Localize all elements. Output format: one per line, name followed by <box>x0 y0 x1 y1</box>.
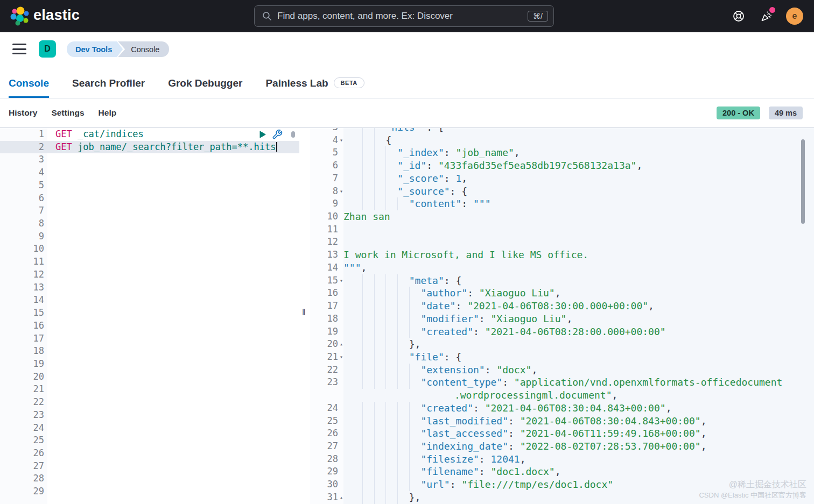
editor-code-line[interactable]: 8 <box>0 217 299 230</box>
response-code-line[interactable]: 3"hits" : [ <box>310 128 814 134</box>
editor-code-line[interactable]: 4 <box>0 166 299 179</box>
line-number: 24 <box>0 422 47 435</box>
editor-code-line[interactable]: 23 <box>0 409 299 422</box>
response-code-line[interactable]: 10Zhan san <box>310 210 814 223</box>
fold-toggle-icon[interactable]: ▾ <box>338 134 343 147</box>
editor-code-line[interactable]: 10 <box>0 243 299 255</box>
response-code-line[interactable]: 8▾"_source": { <box>310 185 814 198</box>
line-number: 21 <box>0 383 47 396</box>
editor-code-line[interactable]: 22 <box>0 396 299 409</box>
settings-menu-item[interactable]: Settings <box>51 108 84 118</box>
line-number: 27 <box>310 440 338 453</box>
editor-code-line[interactable]: 26 <box>0 447 299 460</box>
response-code-line[interactable]: 12 <box>310 236 814 249</box>
response-code-line[interactable]: 28"filesize": 12041, <box>310 453 814 466</box>
editor-code-line[interactable]: 28 <box>0 472 299 485</box>
editor-code-line[interactable]: 25 <box>0 434 299 447</box>
deployment-badge[interactable]: D <box>39 40 56 58</box>
menu-icon[interactable] <box>12 44 26 54</box>
tab-search-profiler[interactable]: Search Profiler <box>72 77 145 98</box>
breadcrumb-dev-tools[interactable]: Dev Tools <box>67 41 123 57</box>
editor-code-line[interactable]: 27 <box>0 460 299 473</box>
editor-code-line[interactable]: 6 <box>0 192 299 205</box>
editor-code-line[interactable]: 18 <box>0 345 299 358</box>
response-code-line[interactable]: 4▾{ <box>310 134 814 147</box>
response-code-line[interactable]: 27"indexing_date": "2022-08-02T07:28:53.… <box>310 440 814 453</box>
fold-toggle-icon[interactable]: ▾ <box>338 351 343 364</box>
editor-code-line[interactable]: 21 <box>0 383 299 396</box>
response-code-line[interactable]: 6"_id": "433fa6d35ef5ea58db197c568132a13… <box>310 159 814 172</box>
editor-code-line[interactable]: 2GET job_name/_search?filter_path=**.hit… <box>0 141 299 154</box>
response-scrollbar[interactable] <box>801 139 805 224</box>
panel-resizer[interactable]: ‖ <box>299 128 310 504</box>
editor-code-line[interactable]: 12 <box>0 268 299 281</box>
editor-code-line[interactable]: 19 <box>0 358 299 371</box>
response-code-line[interactable]: 7"_score": 1, <box>310 172 814 185</box>
editor-code-line[interactable]: 24 <box>0 422 299 435</box>
editor-code-line[interactable]: 11 <box>0 255 299 268</box>
response-code-line[interactable]: 19"created": "2021-04-06T08:28:00.000+00… <box>310 325 814 338</box>
editor-code-line[interactable]: 1GET _cat/indices <box>0 128 299 141</box>
fold-toggle-icon[interactable]: ▾ <box>338 274 343 287</box>
fold-toggle-icon[interactable]: ▴ <box>338 491 343 504</box>
editor-code-line[interactable]: 5 <box>0 179 299 192</box>
help-icon[interactable] <box>732 10 745 23</box>
tab-grok-debugger[interactable]: Grok Debugger <box>168 77 242 98</box>
watermark-line1: @稀土掘金技术社区 <box>699 478 806 491</box>
response-code-line[interactable]: 13I work in Microsoft, and I like MS off… <box>310 249 814 261</box>
breadcrumb-console: Console <box>118 41 169 57</box>
response-code-line[interactable]: 14""", <box>310 261 814 274</box>
line-number: 5 <box>310 146 338 159</box>
line-number: 27 <box>0 460 47 473</box>
search-icon <box>262 11 272 21</box>
editor-code-line[interactable]: 17 <box>0 332 299 345</box>
send-request-icon[interactable] <box>258 130 267 139</box>
line-number: 29 <box>310 465 338 478</box>
help-menu-item[interactable]: Help <box>99 108 117 118</box>
response-code-line[interactable]: 21▾"file": { <box>310 351 814 364</box>
tab-console[interactable]: Console <box>9 77 49 98</box>
wrench-icon[interactable] <box>272 129 283 140</box>
editor-grip-dot[interactable] <box>291 131 295 138</box>
editor-code-line[interactable]: 9 <box>0 230 299 243</box>
response-code-line[interactable]: 26"last_accessed": "2021-04-06T11:59:49.… <box>310 427 814 440</box>
editor-code-line[interactable]: 16 <box>0 320 299 332</box>
response-code-line[interactable]: 9"content": """ <box>310 197 814 210</box>
response-code-line[interactable]: 22"extension": "docx", <box>310 364 814 377</box>
response-code-line[interactable]: 5"_index": "job_name", <box>310 146 814 159</box>
response-code-line[interactable]: 23"content_type": "application/vnd.openx… <box>310 376 814 389</box>
global-search-input[interactable]: Find apps, content, and more. Ex: Discov… <box>254 5 554 27</box>
line-number: 8 <box>0 217 47 230</box>
user-avatar[interactable]: e <box>786 8 803 25</box>
line-number: 23 <box>310 376 338 389</box>
elastic-logo[interactable] <box>8 5 31 27</box>
response-code-line[interactable]: 17"date": "2021-04-06T08:30:00.000+00:00… <box>310 300 814 313</box>
response-code-line[interactable]: 16"author": "Xiaoguo Liu", <box>310 287 814 300</box>
line-number: 29 <box>0 485 47 498</box>
response-code-line[interactable]: 15▾"meta": { <box>310 274 814 287</box>
response-code-line[interactable]: 25"last_modified": "2021-04-06T08:30:04.… <box>310 415 814 428</box>
response-panel[interactable]: 3"hits" : [4▾{5"_index": "job_name",6"_i… <box>310 128 814 504</box>
editor-code-line[interactable]: 7 <box>0 204 299 217</box>
editor-code-line[interactable]: 13 <box>0 281 299 294</box>
editor-code-line[interactable]: 15 <box>0 307 299 320</box>
response-code-line[interactable]: 24"created": "2021-04-06T08:30:04.843+00… <box>310 402 814 415</box>
editor-code-line[interactable]: 29 <box>0 485 299 498</box>
line-number: 6 <box>0 192 47 205</box>
fold-toggle-icon[interactable]: ▴ <box>338 338 343 351</box>
line-number: 4 <box>310 134 338 147</box>
editor-code-line[interactable]: 20 <box>0 371 299 384</box>
response-code-line[interactable]: .wordprocessingml.document", <box>310 389 814 402</box>
editor-code-line[interactable]: 3 <box>0 153 299 166</box>
line-number: 7 <box>310 172 338 185</box>
response-code-line[interactable]: 20▴}, <box>310 338 814 351</box>
history-menu-item[interactable]: History <box>9 108 37 118</box>
fold-toggle-icon[interactable]: ▾ <box>338 185 343 198</box>
tab-painless-lab[interactable]: Painless LabBETA <box>265 77 364 98</box>
response-code-line[interactable]: 11 <box>310 223 814 236</box>
request-editor[interactable]: 1GET _cat/indices2GET job_name/_search?f… <box>0 128 299 504</box>
editor-code-line[interactable]: 14 <box>0 294 299 307</box>
response-code-line[interactable]: 29"filename": "doc1.docx", <box>310 465 814 478</box>
fold-spacer <box>338 440 343 453</box>
response-code-line[interactable]: 18"modifier": "Xiaoguo Liu", <box>310 313 814 325</box>
